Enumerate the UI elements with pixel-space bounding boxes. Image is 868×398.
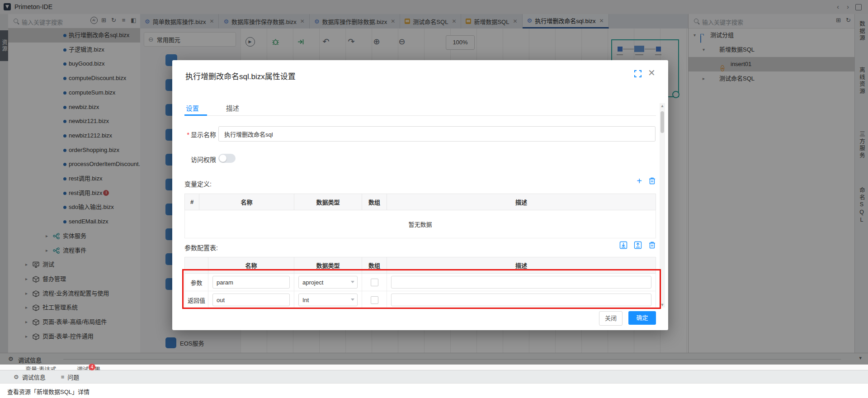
display-name-input[interactable] bbox=[218, 126, 656, 142]
array-checkbox[interactable] bbox=[371, 296, 378, 304]
col-name: 名称 bbox=[199, 194, 294, 210]
variable-table: # 名称 数据类型 数组 描述 暂无数据 bbox=[184, 194, 656, 238]
access-toggle[interactable] bbox=[218, 154, 236, 163]
param-section-label: 参数配置表: bbox=[184, 243, 218, 252]
param-actions bbox=[619, 241, 656, 249]
param-table: 名称 数据类型 数组 描述 参数 返回值 bbox=[184, 257, 656, 309]
return-name-input[interactable] bbox=[212, 294, 290, 306]
tab-settings[interactable]: 设置 bbox=[186, 103, 199, 113]
row-label: 参数 bbox=[185, 274, 208, 291]
ok-button[interactable]: 确定 bbox=[628, 311, 656, 325]
variable-section-label: 变量定义: bbox=[184, 179, 212, 188]
empty-placeholder: 暂无数据 bbox=[185, 210, 656, 238]
dialog-scrollbar[interactable]: ▲ ▼ bbox=[660, 103, 665, 308]
trash-icon[interactable] bbox=[648, 177, 656, 185]
col-datatype: 数据类型 bbox=[294, 257, 362, 274]
param-row: 参数 bbox=[185, 274, 656, 291]
active-tab-underline bbox=[184, 114, 207, 116]
access-label: 访问权限 bbox=[184, 155, 216, 164]
return-desc-input[interactable] bbox=[391, 294, 651, 306]
status-bar: 查看资源「新增数据SQL」详情 bbox=[0, 383, 868, 398]
chevron-down-icon bbox=[351, 298, 354, 301]
col-datatype: 数据类型 bbox=[294, 194, 362, 210]
bottom-tab-bar: ⚙ 调试信息 ≡ 问题 bbox=[0, 370, 868, 383]
import-icon[interactable] bbox=[619, 241, 627, 249]
status-text: 查看资源「新增数据SQL」详情 bbox=[7, 387, 90, 396]
tab-problems[interactable]: ≡ 问题 bbox=[61, 373, 80, 381]
debug-col-variable: 变量;表达式 bbox=[25, 365, 57, 370]
scrollbar-thumb[interactable] bbox=[660, 111, 664, 133]
col-name: 名称 bbox=[208, 257, 294, 274]
row-label: 返回值 bbox=[185, 291, 208, 309]
add-icon[interactable]: + bbox=[637, 177, 642, 185]
param-desc-input[interactable] bbox=[391, 276, 651, 289]
col-description: 描述 bbox=[387, 194, 656, 210]
variable-actions: + bbox=[637, 177, 656, 185]
primeton-ide-window: Primeton-IDE ‹ › 资源 输入关键字搜索 AI⊞↻≡◧ 执行增删改… bbox=[0, 0, 868, 398]
required-asterisk: * bbox=[187, 131, 189, 138]
col-array: 数组 bbox=[362, 194, 387, 210]
list-icon: ≡ bbox=[61, 374, 65, 380]
dialog-title: 执行增删改命名sql.bizx属性设置 bbox=[185, 70, 296, 81]
param-type-select[interactable] bbox=[298, 276, 358, 289]
close-button[interactable]: 关闭 bbox=[599, 311, 623, 326]
scroll-up-icon[interactable]: ▲ bbox=[660, 104, 665, 108]
properties-dialog: 执行增删改命名sql.bizx属性设置 ✕ 设置 描述 *显示名称 访问权限 变… bbox=[172, 60, 668, 330]
col-hash: # bbox=[185, 194, 199, 210]
tab-divider bbox=[184, 115, 656, 116]
debug-gear-icon: ⚙ bbox=[14, 374, 19, 380]
close-icon[interactable]: ✕ bbox=[648, 67, 656, 78]
scroll-down-icon[interactable]: ▼ bbox=[660, 303, 665, 307]
col-description: 描述 bbox=[387, 257, 656, 274]
array-checkbox[interactable] bbox=[371, 279, 378, 286]
col-array: 数组 bbox=[362, 257, 387, 274]
problems-count-badge: 4 bbox=[89, 364, 95, 370]
tab-description[interactable]: 描述 bbox=[226, 103, 239, 113]
fullscreen-icon[interactable] bbox=[634, 70, 642, 77]
debug-columns-clipped: 变量;表达式 调试结果 bbox=[0, 365, 868, 370]
return-type-select[interactable] bbox=[298, 294, 358, 306]
return-row: 返回值 bbox=[185, 291, 656, 309]
trash-icon[interactable] bbox=[648, 241, 656, 249]
tab-debug-info[interactable]: ⚙ 调试信息 bbox=[14, 373, 46, 381]
chevron-down-icon bbox=[351, 281, 354, 283]
param-name-input[interactable] bbox=[212, 276, 290, 289]
display-name-label: *显示名称 bbox=[184, 130, 216, 139]
export-icon[interactable] bbox=[634, 241, 642, 249]
